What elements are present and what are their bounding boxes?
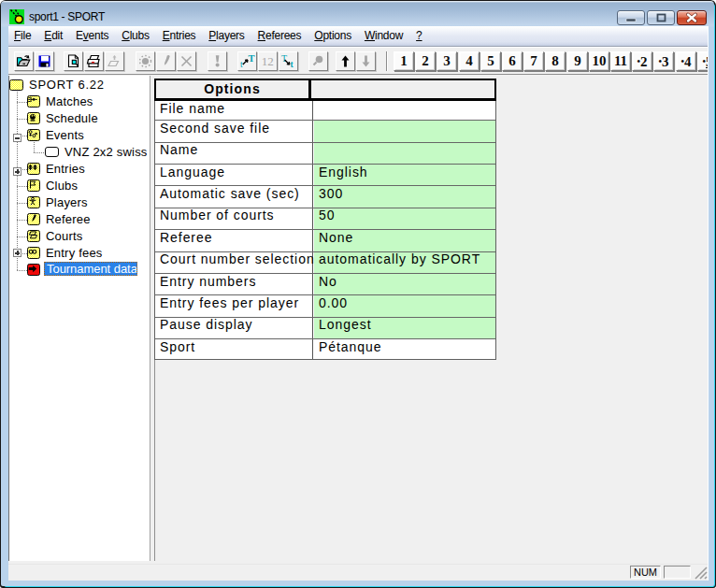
svg-text:t: t xyxy=(291,60,294,69)
svg-text:12: 12 xyxy=(262,54,274,68)
svg-text:t: t xyxy=(240,60,243,69)
svg-text:T: T xyxy=(249,53,255,64)
